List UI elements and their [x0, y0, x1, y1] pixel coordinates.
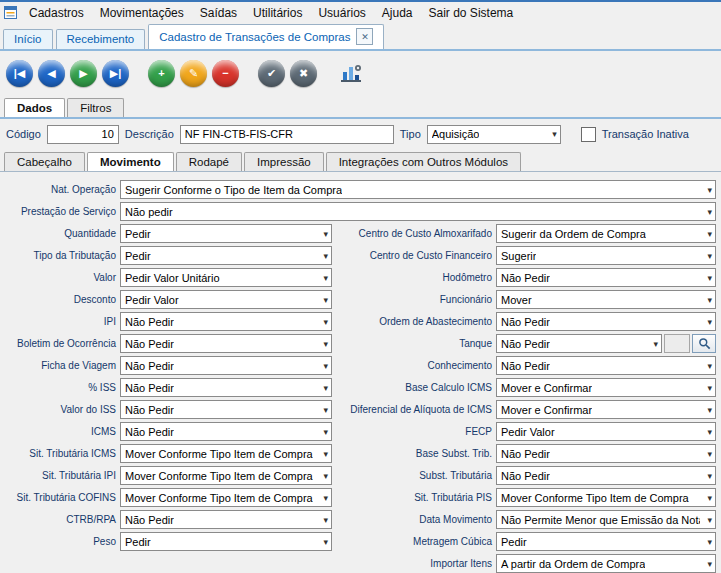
- icms-select-value: Não Pedir: [125, 426, 174, 438]
- sit-tributaria-cofins-select[interactable]: Mover Conforme Tipo Item de Compra▾: [120, 488, 332, 507]
- ordem-de-abastecimento-select[interactable]: Não Pedir▾: [496, 312, 716, 331]
- sit-tributaria-ipi-select-value: Mover Conforme Tipo Item de Compra: [125, 470, 313, 482]
- ctrb-rpa-select-value: Não Pedir: [125, 514, 174, 526]
- base-calculo-icms-select-value: Mover e Confirmar: [501, 382, 592, 394]
- valor-do-iss-select[interactable]: Não Pedir▾: [120, 400, 332, 419]
- boletim-de-ocorrencia-select[interactable]: Não Pedir▾: [120, 334, 332, 353]
- valor-do-iss-select-value: Não Pedir: [125, 404, 174, 416]
- dropdown-arrow-icon: ▾: [707, 294, 712, 304]
- dropdown-arrow-icon: ▾: [707, 272, 712, 282]
- boletim-de-ocorrencia-select-value: Não Pedir: [125, 338, 174, 350]
- subst-tributaria-select[interactable]: Não Pedir▾: [496, 466, 716, 485]
- nav-next-button[interactable]: ▶: [70, 60, 97, 87]
- tipo-da-tributacao-label: Tipo da Tributação: [4, 250, 116, 261]
- nat-operacao-select[interactable]: Sugerir Conforme o Tipo de Item da Compr…: [120, 180, 716, 199]
- peso-select[interactable]: Pedir▾: [120, 532, 332, 551]
- transacao-inativa-checkbox[interactable]: [581, 127, 596, 142]
- tab-impressao[interactable]: Impressão: [244, 152, 324, 171]
- prestacao-de-servico-select[interactable]: Não pedir▾: [120, 202, 716, 221]
- tanque-search-button[interactable]: [692, 334, 716, 353]
- tab-filtros[interactable]: Filtros: [67, 98, 124, 117]
- fecp-label: FECP: [336, 426, 492, 437]
- tab-cadastro-de-transacoes-de-compras[interactable]: Cadastro de Transações de Compras✕: [148, 24, 384, 49]
- tab-inicio[interactable]: Início: [3, 29, 53, 49]
- dropdown-arrow-icon: ▾: [323, 470, 328, 480]
- fecp-select[interactable]: Pedir Valor▾: [496, 422, 716, 441]
- valor-select[interactable]: Pedir Valor Unitário▾: [120, 268, 332, 287]
- iss-select[interactable]: Não Pedir▾: [120, 378, 332, 397]
- nav-prev-button[interactable]: ◀: [38, 60, 65, 87]
- menu-item-ajuda[interactable]: Ajuda: [374, 4, 421, 22]
- centro-de-custo-financeiro-select[interactable]: Sugerir▾: [496, 246, 716, 265]
- tab-dados[interactable]: Dados: [4, 98, 65, 117]
- tab-label: Início: [14, 33, 42, 45]
- movimento-form: Nat. OperaçãoSugerir Conforme o Tipo de …: [0, 172, 721, 573]
- metragem-cubica-select[interactable]: Pedir▾: [496, 532, 716, 551]
- tab-recebimento[interactable]: Recebimento: [56, 29, 146, 49]
- valor-do-iss-label: Valor do ISS: [4, 404, 116, 415]
- nav-last-button[interactable]: ▶|: [102, 60, 129, 87]
- close-tab-button[interactable]: ✕: [356, 28, 373, 45]
- peso-label: Peso: [4, 536, 116, 547]
- base-calculo-icms-select[interactable]: Mover e Confirmar▾: [496, 378, 716, 397]
- record-bar: Código Descrição Tipo Aquisição ▾ Transa…: [0, 119, 721, 149]
- sit-tributaria-pis-label: Sit. Tributária PIS: [336, 492, 492, 503]
- transacao-inativa-label: Transação Inativa: [602, 128, 689, 140]
- delete-button[interactable]: −: [212, 60, 239, 87]
- sit-tributaria-icms-select-value: Mover Conforme Tipo Item de Compra: [125, 448, 313, 460]
- prestacao-de-servico-label: Prestação de Serviço: [4, 206, 116, 217]
- button-glyph: ✖: [299, 68, 308, 79]
- importar-itens-select[interactable]: A partir da Ordem de Compra▾: [496, 554, 716, 573]
- tab-label: Integrações com Outros Módulos: [339, 156, 508, 168]
- dropdown-arrow-icon: ▾: [323, 492, 328, 502]
- button-glyph: +: [158, 68, 164, 79]
- tab-rodape[interactable]: Rodapé: [176, 152, 242, 171]
- chart-button[interactable]: [336, 59, 366, 87]
- tipo-da-tributacao-select[interactable]: Pedir▾: [120, 246, 332, 265]
- menu-item-utilitarios[interactable]: Utilitários: [245, 4, 310, 22]
- menu-item-movimentacoes[interactable]: Movimentações: [92, 4, 192, 22]
- menu-item-usuarios[interactable]: Usuários: [310, 4, 373, 22]
- diferencial-de-aliquota-de-icms-select[interactable]: Mover e Confirmar▾: [496, 400, 716, 419]
- dropdown-arrow-icon: ▾: [707, 360, 712, 370]
- button-glyph: |◀: [14, 68, 26, 79]
- funcionario-select[interactable]: Mover▾: [496, 290, 716, 309]
- codigo-input[interactable]: [47, 125, 119, 144]
- tab-cabecalho[interactable]: Cabeçalho: [4, 152, 85, 171]
- cancel-button[interactable]: ✖: [290, 60, 317, 87]
- ipi-select[interactable]: Não Pedir▾: [120, 312, 332, 331]
- confirm-button[interactable]: ✔: [258, 60, 285, 87]
- descricao-label: Descrição: [125, 128, 174, 140]
- ficha-de-viagem-select[interactable]: Não Pedir▾: [120, 356, 332, 375]
- hodometro-select[interactable]: Não Pedir▾: [496, 268, 716, 287]
- icms-select[interactable]: Não Pedir▾: [120, 422, 332, 441]
- menu-item-cadastros[interactable]: Cadastros: [21, 4, 92, 22]
- menu-bar: CadastrosMovimentaçõesSaídasUtilitáriosU…: [0, 2, 721, 23]
- data-movimento-select[interactable]: Não Permite Menor que Emissão da Nota▾: [496, 510, 716, 529]
- ipi-label: IPI: [4, 316, 116, 327]
- sit-tributaria-ipi-select[interactable]: Mover Conforme Tipo Item de Compra▾: [120, 466, 332, 485]
- sit-tributaria-icms-select[interactable]: Mover Conforme Tipo Item de Compra▾: [120, 444, 332, 463]
- conhecimento-select[interactable]: Não Pedir▾: [496, 356, 716, 375]
- add-button[interactable]: +: [148, 60, 175, 87]
- nav-first-button[interactable]: |◀: [6, 60, 33, 87]
- centro-de-custo-almoxarifado-select[interactable]: Sugerir da Ordem de Compra▾: [496, 224, 716, 243]
- sit-tributaria-pis-select[interactable]: Mover Conforme Tipo Item de Compra▾: [496, 488, 716, 507]
- tanque-code-field[interactable]: [664, 334, 690, 353]
- dropdown-arrow-icon: ▾: [323, 316, 328, 326]
- tab-integracoes-com-outros-modulos[interactable]: Integrações com Outros Módulos: [326, 152, 521, 171]
- menu-item-sair-do-sistema[interactable]: Sair do Sistema: [421, 4, 522, 22]
- desconto-select[interactable]: Pedir Valor▾: [120, 290, 332, 309]
- menu-item-saidas[interactable]: Saídas: [192, 4, 245, 22]
- tanque-select[interactable]: Não Pedir▾: [496, 334, 662, 353]
- edit-button[interactable]: ✎: [180, 60, 207, 87]
- tipo-select[interactable]: Aquisição ▾: [427, 125, 561, 144]
- quantidade-select[interactable]: Pedir▾: [120, 224, 332, 243]
- button-glyph: ✔: [267, 68, 276, 79]
- dropdown-arrow-icon: ▾: [707, 470, 712, 480]
- tab-movimento[interactable]: Movimento: [87, 152, 174, 171]
- ctrb-rpa-select[interactable]: Não Pedir▾: [120, 510, 332, 529]
- base-subst-trib-select[interactable]: Não Pedir▾: [496, 444, 716, 463]
- descricao-input[interactable]: [180, 125, 394, 144]
- dropdown-arrow-icon: ▾: [323, 360, 328, 370]
